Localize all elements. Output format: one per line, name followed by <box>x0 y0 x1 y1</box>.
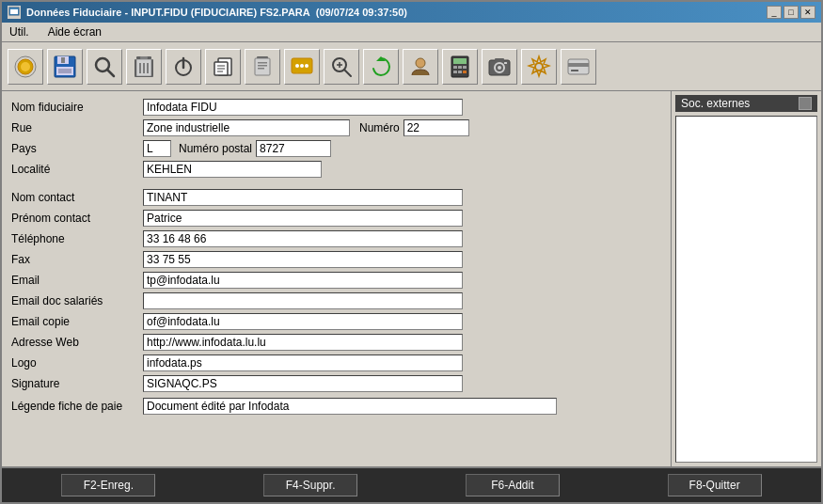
toolbar-message-button[interactable] <box>284 49 320 85</box>
toolbar-copy-button[interactable] <box>205 49 241 85</box>
prenom-contact-label: Prénom contact <box>11 212 143 225</box>
toolbar-delete-button[interactable] <box>126 49 162 85</box>
svg-rect-48 <box>463 66 467 69</box>
toolbar-user-button[interactable] <box>403 49 438 85</box>
svg-rect-50 <box>458 71 462 73</box>
sidebar-box <box>675 116 817 463</box>
prenom-contact-input[interactable] <box>143 210 463 227</box>
svg-rect-29 <box>255 58 270 75</box>
prenom-contact-row: Prénom contact <box>11 210 661 227</box>
localite-input[interactable] <box>143 161 322 178</box>
email-doc-input[interactable] <box>143 292 463 309</box>
svg-line-39 <box>344 70 351 76</box>
email-copie-label: Email copie <box>11 315 143 328</box>
fax-row: Fax <box>11 251 661 268</box>
rue-row: Rue Numéro <box>11 119 661 136</box>
localite-row: Localité <box>11 161 661 178</box>
email-copie-row: Email copie <box>11 313 661 330</box>
svg-rect-20 <box>140 56 148 59</box>
email-input[interactable] <box>143 272 463 289</box>
nom-contact-row: Nom contact <box>11 189 661 206</box>
adresse-web-input[interactable] <box>143 334 463 351</box>
title-controls: _ □ ✕ <box>767 6 815 19</box>
signature-row: Signature <box>11 375 661 392</box>
logo-row: Logo <box>11 354 661 371</box>
svg-rect-59 <box>568 63 589 67</box>
adresse-web-row: Adresse Web <box>11 334 661 351</box>
window-icon <box>8 6 21 19</box>
email-row: Email <box>11 272 661 289</box>
svg-rect-47 <box>458 66 462 69</box>
toolbar-power-button[interactable] <box>166 49 201 85</box>
svg-rect-45 <box>453 58 467 64</box>
window-datetime: (09/07/24 09:37:50) <box>316 7 407 18</box>
telephone-row: Téléphone <box>11 230 661 247</box>
btn-quitter[interactable]: F8-Quitter <box>668 474 762 496</box>
toolbar-camera-button[interactable] <box>482 49 517 85</box>
menu-util[interactable]: Util. <box>6 24 33 39</box>
svg-rect-56 <box>504 62 507 64</box>
legende-label: Légende fiche de paie <box>11 400 143 413</box>
fax-input[interactable] <box>143 251 463 268</box>
rue-input[interactable] <box>143 119 350 136</box>
content-area: Nom fiduciaire Rue Numéro Pays Numéro po… <box>2 91 821 466</box>
signature-input[interactable] <box>143 375 463 392</box>
sidebar-header: Soc. externes <box>675 95 817 112</box>
title-bar-left: Données Fiduciaire - INPUT.FIDU (FIDUCIA… <box>8 6 407 19</box>
logo-label: Logo <box>11 356 143 370</box>
nom-contact-input[interactable] <box>143 189 463 206</box>
main-window: Données Fiduciaire - INPUT.FIDU (FIDUCIA… <box>0 0 823 504</box>
toolbar-save-button[interactable] <box>47 49 83 85</box>
legende-input[interactable] <box>143 398 557 415</box>
menu-aide[interactable]: Aide écran <box>44 24 105 39</box>
toolbar-tools-button[interactable] <box>521 49 557 85</box>
numero-label: Numéro <box>359 121 400 134</box>
toolbar <box>2 42 821 91</box>
nom-fiduciaire-input[interactable] <box>143 99 463 116</box>
footer-bar: F2-Enreg. F4-Suppr. F6-Addit F8-Quitter <box>2 466 821 502</box>
svg-point-34 <box>295 64 299 68</box>
svg-point-4 <box>21 62 30 71</box>
email-label: Email <box>11 274 143 287</box>
toolbar-card-button[interactable] <box>561 49 596 85</box>
numero-input[interactable] <box>404 119 469 136</box>
svg-point-57 <box>535 63 543 71</box>
svg-rect-1 <box>10 9 18 14</box>
svg-point-43 <box>416 58 425 68</box>
email-doc-label: Email doc salariés <box>11 294 143 307</box>
svg-rect-14 <box>151 59 153 76</box>
email-copie-input[interactable] <box>143 313 463 330</box>
svg-point-54 <box>498 66 501 70</box>
toolbar-paste-button[interactable] <box>245 49 280 85</box>
title-bar: Données Fiduciaire - INPUT.FIDU (FIDUCIA… <box>2 2 821 23</box>
numero-postal-label: Numéro postal <box>179 142 252 155</box>
btn-enreg[interactable]: F2-Enreg. <box>61 474 155 496</box>
btn-suppr[interactable]: F4-Suppr. <box>263 474 357 496</box>
maximize-button[interactable]: □ <box>783 6 799 19</box>
close-button[interactable]: ✕ <box>800 6 815 19</box>
toolbar-calc-button[interactable] <box>442 49 478 85</box>
toolbar-zoom-button[interactable] <box>324 49 359 85</box>
minimize-button[interactable]: _ <box>767 6 782 19</box>
logo-input[interactable] <box>143 354 463 371</box>
sidebar-btn[interactable] <box>799 97 812 110</box>
adresse-web-label: Adresse Web <box>11 336 143 349</box>
btn-addit[interactable]: F6-Addit <box>466 474 560 496</box>
menu-bar: Util. Aide écran <box>2 23 821 42</box>
toolbar-search-button[interactable] <box>87 49 122 85</box>
svg-rect-30 <box>258 62 267 64</box>
svg-rect-51 <box>463 71 467 73</box>
svg-rect-7 <box>61 57 65 63</box>
signature-label: Signature <box>11 377 143 390</box>
pays-input[interactable] <box>143 140 171 157</box>
numero-postal-input[interactable] <box>256 140 331 157</box>
legende-row: Légende fiche de paie <box>11 398 661 415</box>
svg-rect-46 <box>453 66 457 69</box>
toolbar-new-button[interactable] <box>8 49 43 85</box>
telephone-input[interactable] <box>143 230 463 247</box>
svg-point-35 <box>300 64 304 68</box>
localite-label: Localité <box>11 163 143 176</box>
svg-rect-31 <box>258 65 267 67</box>
toolbar-refresh-button[interactable] <box>363 49 399 85</box>
svg-point-36 <box>305 64 309 68</box>
